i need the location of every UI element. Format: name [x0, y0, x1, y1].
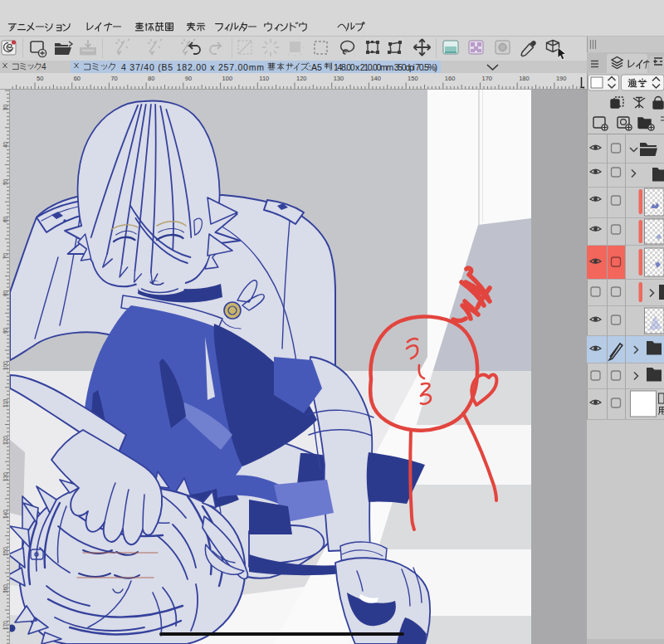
- svg-text:160: 160: [2, 584, 8, 593]
- svg-text:120: 120: [296, 75, 307, 82]
- svg-text:150: 150: [408, 75, 418, 82]
- svg-text:110: 110: [259, 75, 269, 82]
- svg-text:80: 80: [148, 75, 154, 82]
- svg-text:50: 50: [37, 75, 43, 82]
- svg-text:170: 170: [482, 75, 493, 82]
- svg-text:4: 4: [42, 62, 46, 71]
- svg-text:120: 120: [2, 436, 8, 445]
- svg-text:70: 70: [110, 75, 117, 82]
- svg-text:148.00 x 210.00mm 350dpi 70.5%: 148.00 x 210.00mm 350dpi 70.5%): [334, 62, 437, 72]
- svg-text:130: 130: [334, 75, 344, 82]
- svg-text:190: 190: [556, 75, 567, 82]
- svg-text:180: 180: [519, 75, 530, 82]
- svg-text:90: 90: [185, 75, 192, 82]
- svg-text:140: 140: [370, 75, 381, 82]
- svg-text:4 37/40 (B5 182.00 x 257.00mm: 4 37/40 (B5 182.00 x 257.00mm: [121, 62, 264, 72]
- svg-text::A5: :A5: [309, 62, 322, 72]
- svg-text:160: 160: [445, 75, 456, 82]
- svg-text:100: 100: [222, 75, 233, 82]
- svg-text:60: 60: [74, 75, 81, 82]
